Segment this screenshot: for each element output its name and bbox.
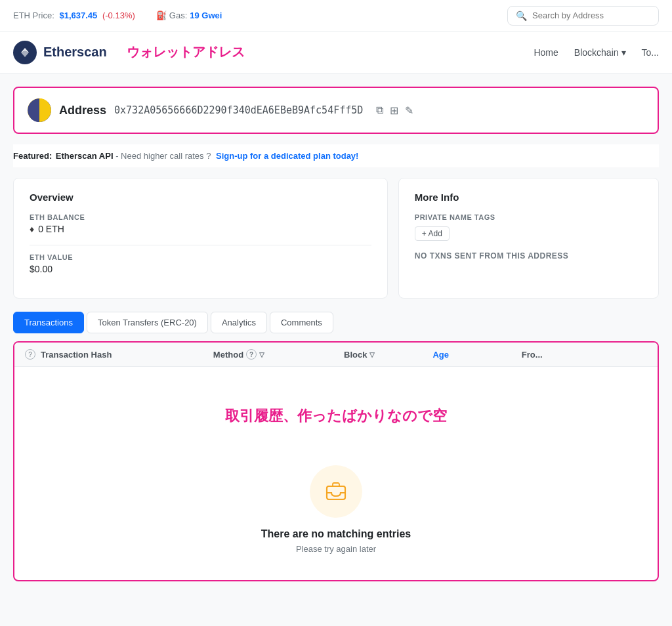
nav-blockchain[interactable]: Blockchain ▾ bbox=[574, 47, 626, 58]
top-bar-info: ETH Price: $1,637.45 (-0.13%) ⛽ Gas: 19 … bbox=[13, 10, 222, 20]
method-help-icon[interactable]: ? bbox=[246, 349, 257, 360]
gas-icon: ⛽ bbox=[156, 10, 167, 20]
overview-card: Overview ETH BALANCE ♦ 0 ETH ETH VALUE $… bbox=[13, 178, 388, 299]
divider bbox=[30, 245, 371, 245]
tab-comments[interactable]: Comments bbox=[270, 312, 333, 333]
tab-transactions[interactable]: Transactions bbox=[13, 312, 84, 333]
empty-annotation: 取引履歴、作ったばかりなので空 bbox=[225, 406, 447, 426]
search-box[interactable]: 🔍 bbox=[507, 6, 659, 26]
col-age: Age bbox=[432, 350, 516, 360]
col-block: Block ▽ bbox=[344, 350, 427, 360]
qr-icon[interactable]: ⊞ bbox=[390, 104, 398, 117]
featured-link[interactable]: Sign-up for a dedicated plan today! bbox=[216, 151, 358, 161]
search-icon: 🔍 bbox=[516, 10, 527, 21]
method-filter-icon[interactable]: ▽ bbox=[259, 351, 264, 358]
empty-subtitle: Please try again later bbox=[296, 544, 376, 554]
copy-icon[interactable]: ⧉ bbox=[376, 104, 383, 117]
logo-name: Etherscan bbox=[43, 45, 107, 60]
tab-analytics[interactable]: Analytics bbox=[211, 312, 267, 333]
edit-icon[interactable]: ✎ bbox=[405, 104, 413, 117]
no-txns-text: NO TXNS SENT FROM THIS ADDRESS bbox=[415, 251, 642, 261]
tabs-bar: Transactions Token Transfers (ERC-20) An… bbox=[13, 312, 659, 333]
block-filter-icon[interactable]: ▽ bbox=[369, 351, 375, 358]
eth-value-value: $0.00 bbox=[30, 264, 371, 274]
tab-token-transfers[interactable]: Token Transfers (ERC-20) bbox=[87, 312, 208, 333]
eth-price-label: ETH Price: $1,637.45 (-0.13%) bbox=[13, 10, 135, 20]
chevron-down-icon: ▾ bbox=[621, 47, 626, 58]
eth-balance-label: ETH BALANCE bbox=[30, 213, 371, 221]
eth-diamond-icon: ♦ bbox=[30, 224, 34, 234]
empty-state: 取引履歴、作ったばかりなので空 There are no matching en… bbox=[14, 367, 658, 580]
logo-icon bbox=[13, 41, 37, 64]
cards-row: Overview ETH BALANCE ♦ 0 ETH ETH VALUE $… bbox=[13, 178, 659, 299]
add-tag-button[interactable]: + Add bbox=[415, 226, 450, 241]
search-input[interactable] bbox=[532, 10, 650, 20]
eth-value-label: ETH VALUE bbox=[30, 253, 371, 261]
col-from: Fro... bbox=[522, 350, 647, 360]
address-label: Address bbox=[59, 104, 106, 117]
overview-title: Overview bbox=[30, 192, 371, 203]
more-info-title: More Info bbox=[415, 192, 642, 203]
empty-inbox-icon bbox=[323, 478, 349, 505]
private-name-label: PRIVATE NAME TAGS bbox=[415, 213, 642, 221]
eth-balance-value: ♦ 0 ETH bbox=[30, 224, 371, 234]
logo-area: Etherscan ウォレットアドレス bbox=[13, 41, 245, 64]
more-info-card: More Info PRIVATE NAME TAGS + Add NO TXN… bbox=[398, 178, 659, 299]
gas-info: ⛽ Gas: 19 Gwei bbox=[156, 10, 222, 20]
main-content: Address 0x732A05656666D2290f340dEA6EBeB9… bbox=[0, 73, 672, 595]
nav-more[interactable]: To... bbox=[642, 47, 659, 58]
nav-bar: Etherscan ウォレットアドレス Home Blockchain ▾ To… bbox=[0, 31, 672, 73]
table-help-icon[interactable]: ? bbox=[25, 349, 35, 360]
avatar bbox=[28, 98, 51, 122]
col-method: Method ? ▽ bbox=[213, 349, 339, 360]
address-action-icons: ⧉ ⊞ ✎ bbox=[376, 104, 413, 117]
address-hash: 0x732A05656666D2290f340dEA6EBeB9Afc54Fff… bbox=[114, 104, 363, 116]
empty-icon-circle bbox=[310, 465, 362, 518]
annotation-jp: ウォレットアドレス bbox=[127, 43, 245, 61]
featured-banner: Featured: Etherscan API - Need higher ca… bbox=[13, 144, 659, 167]
col-transaction-hash: Transaction Hash bbox=[41, 350, 208, 360]
empty-title: There are no matching entries bbox=[261, 528, 411, 540]
transactions-table: ? Transaction Hash Method ? ▽ Block ▽ Ag… bbox=[13, 341, 659, 581]
nav-links: Home Blockchain ▾ To... bbox=[534, 47, 659, 58]
top-bar: ETH Price: $1,637.45 (-0.13%) ⛽ Gas: 19 … bbox=[0, 0, 672, 31]
nav-home[interactable]: Home bbox=[534, 47, 558, 58]
table-header: ? Transaction Hash Method ? ▽ Block ▽ Ag… bbox=[14, 343, 658, 367]
address-header-box: Address 0x732A05656666D2290f340dEA6EBeB9… bbox=[13, 87, 659, 134]
